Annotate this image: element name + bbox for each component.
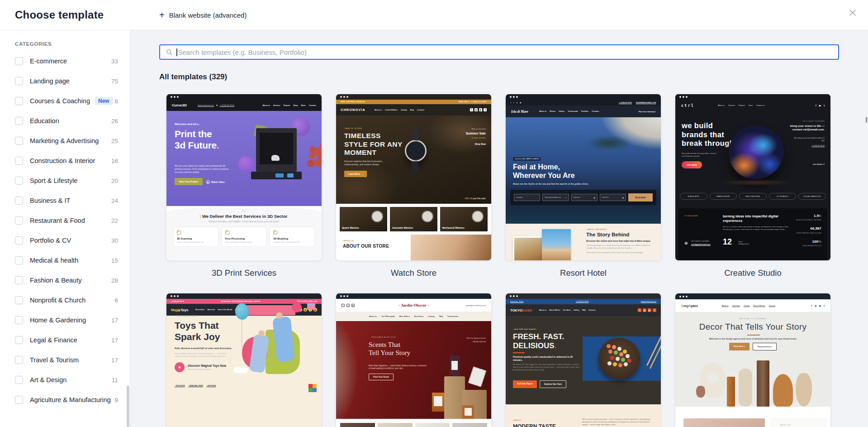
template-card-magictoys[interactable]: +1 (234) 567 89 00SHOWROOM: 123A EASEMON… xyxy=(166,293,322,427)
sidebar-item-landing-page[interactable]: Landing page75 xyxy=(0,71,130,91)
sidebar-item-restaurant-food[interactable]: Restaurant & Food22 xyxy=(0,211,130,230)
sidebar-item-fashion-beauty[interactable]: Fashion & Beauty28 xyxy=(0,270,130,290)
browser-chrome xyxy=(506,94,661,100)
category-checkbox[interactable] xyxy=(15,316,23,324)
category-count: 17 xyxy=(111,317,118,324)
sidebar-item-portfolio-cv[interactable]: Portfolio & CV30 xyxy=(0,230,130,250)
main-scrollbar[interactable] xyxy=(866,117,867,123)
field-label: Location xyxy=(516,197,522,198)
sidebar-item-art-design[interactable]: Art & Design11 xyxy=(0,370,130,390)
preview-paragraph: We turn your ideas into reality with pro… xyxy=(175,164,230,174)
category-checkbox[interactable] xyxy=(15,396,23,404)
preview-nav: ctrl About usServicesProjectsTeamContact… xyxy=(675,100,830,111)
category-checkbox[interactable] xyxy=(15,177,23,185)
preview-links: DISCOUNTSSEASONAL ITEMSSHOP NOW xyxy=(175,385,216,387)
shape-sphere xyxy=(238,156,254,172)
template-card-cozyspace[interactable]: CozySpace About usInspirationCatalogNews… xyxy=(675,293,831,427)
preview-paragraph: Relax into the rhythm of the sea and fee… xyxy=(513,182,589,185)
template-card-creative-studio[interactable]: ctrl About usServicesProjectsTeamContact… xyxy=(675,94,831,278)
category-checkbox[interactable] xyxy=(15,77,23,85)
category-checkbox[interactable] xyxy=(15,97,23,105)
sidebar-item-courses-coaching[interactable]: Courses & CoachingNew8 xyxy=(0,91,130,111)
category-checkbox[interactable] xyxy=(15,57,23,65)
discount-text: your first order xyxy=(472,197,486,200)
category-count: 9 xyxy=(114,397,118,403)
category-count: 15 xyxy=(111,257,118,264)
sidebar-item-construction-interior[interactable]: Construction & Interior16 xyxy=(0,151,130,171)
model-icon xyxy=(273,230,277,235)
sidebar-item-partial[interactable] xyxy=(0,422,130,427)
sidebar-item-business-it[interactable]: Business & IT24 xyxy=(0,191,130,211)
template-name: Creative Studio xyxy=(675,268,831,278)
category-checkbox[interactable] xyxy=(15,256,23,264)
category-checkbox[interactable] xyxy=(15,376,23,384)
category-checkbox[interactable] xyxy=(15,276,23,284)
category-checkbox[interactable] xyxy=(15,117,23,125)
preview-nav-link: Contact us xyxy=(756,105,764,106)
preview-nav-link: News xyxy=(301,105,306,106)
heading-line: Print the xyxy=(175,129,212,139)
about-subtitle: Discover the charm and story that make I… xyxy=(586,240,655,242)
category-checkbox[interactable] xyxy=(15,137,23,145)
category-checkbox[interactable] xyxy=(15,296,23,304)
category-checkbox[interactable] xyxy=(15,197,23,205)
discount-note: -10% off your first order xyxy=(464,197,486,200)
close-button[interactable] xyxy=(846,6,859,19)
category-checkbox[interactable] xyxy=(15,157,23,165)
category-checkbox[interactable] xyxy=(15,356,23,364)
preview-kicker: //WATCH STORE xyxy=(344,127,362,130)
printer-image xyxy=(256,128,297,172)
promo-dates: 10 AUG-20 AUG xyxy=(471,137,486,139)
sidebar-item-nonprofit-church[interactable]: Nonprofit & Church6 xyxy=(0,290,130,310)
template-card-watch-store[interactable]: FREE SHIPPING FROM $50NEED HELP: +1 (800… xyxy=(336,94,492,278)
preview-nav-link: Projects xyxy=(739,105,745,106)
feature-card: 3D ModelingTransform ideas into function… xyxy=(270,227,315,247)
search-bar[interactable] xyxy=(159,44,839,60)
preview-cta-button: Shop Now + xyxy=(729,343,749,350)
heading-line: FRESH. FAST. xyxy=(513,332,564,341)
section-title: We Deliver the Best Services in 3D Secto… xyxy=(202,214,287,219)
search-input[interactable] xyxy=(178,48,833,56)
template-thumbnail: f◎▶ - Jardin Obscur - jardinobscur@email… xyxy=(336,293,492,427)
sidebar-item-ecommerce[interactable]: E-commerce33 xyxy=(0,51,130,71)
promo-cta: Shop Now xyxy=(475,143,486,145)
shape-pink-circle xyxy=(292,302,302,312)
category-label: Courses & Coaching xyxy=(30,97,90,105)
sidebar-item-sport-lifestyle[interactable]: Sport & Lifestyle20 xyxy=(0,171,130,191)
sidebar-item-marketing-advertising[interactable]: Marketing & Advertising25 xyxy=(0,131,130,151)
preview-nav-link: About us xyxy=(539,110,546,112)
vase-image xyxy=(773,374,793,407)
cta-title: Discover Magical Toys Now xyxy=(188,364,226,367)
accent-slash: \ xyxy=(200,214,201,219)
category-checkbox[interactable] xyxy=(15,236,23,245)
feature-text: Capture details of your product with xyxy=(177,241,215,243)
preview-buttons: Shop Now + Featured Items xyxy=(675,343,830,350)
shape-pink-rect xyxy=(242,305,295,315)
sidebar-item-travel-tourism[interactable]: Travel & Tourism17 xyxy=(0,350,130,370)
preview-nav-link: Gallery xyxy=(559,110,564,112)
template-card-3d-print-services[interactable]: Curve3D 3d.prints@email.com+1 (234) 567 … xyxy=(166,94,322,278)
sidebar-item-legal-finance[interactable]: Legal & Finance17 xyxy=(0,330,130,350)
sidebar-item-education[interactable]: Education26 xyxy=(0,111,130,131)
preview-nav-link: Contacts xyxy=(592,110,599,112)
template-card-jardin-obscur[interactable]: f◎▶ - Jardin Obscur - jardinobscur@email… xyxy=(336,293,492,427)
sidebar-item-home-gardening[interactable]: Home & Gardening17 xyxy=(0,310,130,330)
service-pill: WEB PLATFORMS xyxy=(739,193,767,200)
preview-logo: TOKYODASH xyxy=(510,308,532,312)
template-card-tokyodash[interactable]: Open 8 am - 10 pm+1 (234) 567 89 00tokyo… xyxy=(505,293,661,427)
topbar-left: FREE SHIPPING FROM $50 xyxy=(341,101,365,103)
social-icon: ▶ xyxy=(819,304,821,307)
category-label: Travel & Tourism xyxy=(30,356,79,364)
template-card-resort-hotel[interactable]: ft◎▶ +1 (234) 567 89 00ISLADIMARE@GMAIL.… xyxy=(505,94,661,278)
blank-website-button[interactable]: + Blank website (advanced) xyxy=(159,10,247,19)
category-label: Art & Design xyxy=(30,376,66,384)
preview-nav-links: About usLimited EditionCatalogBlogContac… xyxy=(375,109,425,111)
sidebar-scrollbar[interactable] xyxy=(127,385,129,427)
feature-cards: 3D ScanningCapture details of your produ… xyxy=(173,227,315,247)
sidebar-item-medical-health[interactable]: Medical & health15 xyxy=(0,250,130,270)
rating-chip: ★★★★★ 900+ HAPPY CLIENTS xyxy=(513,157,541,161)
sidebar-item-agriculture-manufacturing[interactable]: Agriculture & Manufacturing9 xyxy=(0,390,130,410)
category-checkbox[interactable] xyxy=(15,216,23,225)
category-checkbox[interactable] xyxy=(15,336,23,344)
category-label: Nonprofit & Church xyxy=(30,297,85,304)
